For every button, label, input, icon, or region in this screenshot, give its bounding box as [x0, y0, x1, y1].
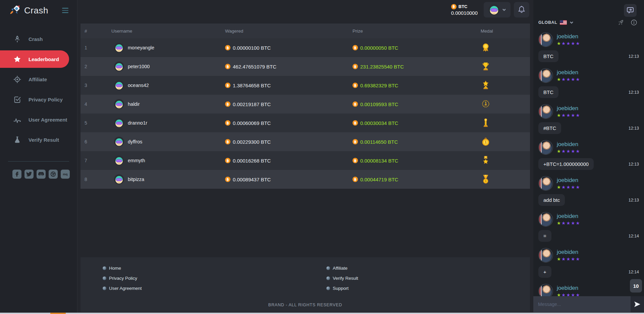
leaderboard-header-row: # Username Wagered Prize Medal [80, 24, 530, 38]
chat-username: joebiden [557, 213, 581, 220]
chat-input-bar [533, 296, 644, 312]
nav-item-label: User Agreement [29, 117, 67, 123]
btc-coin-icon [225, 177, 230, 182]
row-username: haldir [128, 101, 140, 107]
sidebar-nav-item[interactable]: Leaderboard [0, 50, 69, 68]
medal-icon [481, 42, 491, 53]
sidebar-nav-item[interactable]: User Agreement [0, 111, 77, 128]
star-icon: ★ [571, 257, 576, 262]
btc-coin-icon [225, 139, 230, 144]
row-rank: 5 [80, 120, 111, 126]
chat-user-avatar [538, 212, 553, 227]
hamburger-menu-icon[interactable] [62, 8, 68, 13]
footer-link-label: Privacy Policy [109, 276, 137, 281]
row-user-cell: haldir [111, 99, 225, 109]
row-user-cell: moneyangle [111, 43, 225, 53]
chat-username: joebiden [557, 285, 581, 291]
page-footer: Home Privacy Policy User Agreement Affil… [80, 257, 530, 312]
send-button[interactable] [631, 296, 644, 312]
star-icon: ★ [576, 293, 580, 296]
row-medal-cell [481, 99, 530, 109]
footer-link[interactable]: User Agreement [103, 283, 305, 293]
info-icon[interactable] [631, 19, 637, 26]
user-avatar [114, 118, 124, 128]
sidebar-nav-item[interactable]: Verify Result [0, 131, 77, 148]
brand-name[interactable]: Crash [24, 5, 48, 16]
social-icon[interactable] [12, 170, 21, 179]
row-username: moneyangle [128, 45, 154, 50]
star-icon: ★ [557, 257, 561, 262]
brand-rocket-icon[interactable] [9, 4, 21, 16]
sidebar-nav-item[interactable]: Crash [0, 30, 77, 48]
footer-link[interactable]: Support [326, 283, 530, 293]
notifications-button[interactable] [514, 2, 529, 17]
sidebar-nav-item[interactable]: Privacy Policy [0, 91, 77, 108]
leaderboard-row: 5 dranno1r 0.00060069 BTC 0.00030034 BTC [80, 114, 530, 132]
horizontal-scrollbar[interactable] [0, 313, 644, 314]
row-rank: 4 [80, 101, 111, 107]
chat-user-avatar [538, 104, 553, 119]
chat-channel-selector[interactable]: GLOBAL [538, 20, 574, 25]
social-icon[interactable] [61, 170, 70, 179]
footer-link[interactable]: Home [103, 263, 305, 273]
footer-link[interactable]: Privacy Policy [103, 273, 305, 283]
sidebar: Crash Crash Leaderboard Affiliate Privac… [0, 0, 77, 314]
row-username: emmyth [128, 158, 145, 163]
chat-message-time: 12:13 [629, 126, 639, 131]
social-icon[interactable] [49, 170, 58, 179]
scrollbar-thumb[interactable] [50, 313, 66, 314]
star-icon: ★ [571, 113, 576, 118]
leaderboard-table: # Username Wagered Prize Medal 1 moneyan… [80, 24, 530, 189]
star-icon: ★ [566, 185, 571, 190]
btc-coin-icon [225, 120, 230, 126]
user-avatar [114, 99, 124, 109]
chat-rocket-icon[interactable] [615, 17, 626, 28]
unread-count-badge[interactable]: 10 [630, 279, 642, 293]
star-icon: ★ [576, 113, 580, 118]
btc-coin-icon [353, 101, 358, 107]
row-wagered-value: 0.00089437 BTC [233, 177, 271, 182]
star-icon: ★ [571, 185, 576, 190]
chat-message-input[interactable] [533, 296, 631, 312]
row-medal-cell [481, 136, 530, 147]
sidebar-nav-item[interactable]: Affiliate [0, 71, 77, 88]
user-avatar [114, 80, 124, 90]
wallet-balance[interactable]: BTC 0.00010000 [451, 4, 478, 16]
user-avatar [114, 61, 124, 72]
chat-user-avatar [538, 176, 553, 191]
row-wagered-value: 0.00060069 BTC [233, 120, 271, 126]
star-icon: ★ [571, 77, 576, 82]
star-icon: ★ [557, 113, 561, 118]
row-medal-cell [481, 61, 530, 72]
row-wagered-cell: 0.00016268 BTC [225, 158, 353, 164]
chat-message-text: +BTC=1.000000000 [538, 158, 594, 170]
copyright-text: BRAND - ALL RIGHTS RESERVED [80, 303, 530, 307]
row-rank: 8 [80, 177, 111, 182]
footer-link[interactable]: Verify Result [326, 273, 530, 283]
user-rating-stars: ★★★★★ [557, 292, 581, 296]
social-icon[interactable] [37, 170, 46, 179]
social-icon[interactable] [24, 170, 34, 179]
chat-user-avatar [538, 284, 553, 296]
star-icon: ★ [566, 41, 571, 46]
footer-links-left: Home Privacy Policy User Agreement [80, 263, 305, 293]
star-icon: ★ [557, 293, 561, 296]
medal-icon [481, 61, 491, 72]
user-menu-button[interactable] [484, 2, 511, 17]
chat-messages: joebiden ★★★★★ BTC 12:13 joebiden ★★★★★ [533, 29, 644, 296]
leaderboard-row: 8 bitpizza 0.00089437 BTC 0.00044719 BTC [80, 170, 530, 189]
user-rating-stars: ★★★★★ [557, 41, 581, 46]
chat-username: joebiden [557, 33, 581, 40]
bullet-icon [103, 266, 106, 270]
footer-link[interactable]: Affiliate [326, 263, 530, 273]
footer-link-label: Support [333, 286, 348, 291]
user-rating-stars: ★★★★★ [557, 77, 581, 82]
bullet-icon [326, 286, 330, 290]
star-icon: ★ [561, 41, 566, 46]
nav-item-icon [13, 96, 21, 103]
medal-icon [481, 155, 491, 166]
row-prize-value: 0.00030034 BTC [360, 120, 398, 126]
chat-toggle-button[interactable] [624, 4, 637, 17]
chat-user-avatar [538, 68, 553, 83]
chat-message-time: 12:14 [629, 270, 639, 274]
